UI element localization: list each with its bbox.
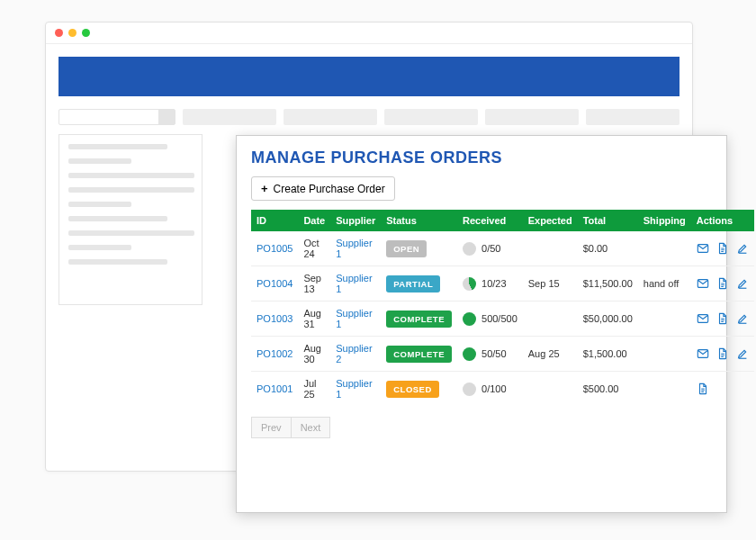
table-row: PO1001Jul 25Supplier 1CLOSED0/100$500.00 [251,372,754,407]
th-id[interactable]: ID [251,210,298,231]
po-date: Sep 13 [298,266,330,302]
progress-pie-icon [463,382,476,396]
supplier-link[interactable]: Supplier 1 [336,238,372,259]
mail-icon[interactable] [697,312,709,325]
pager-prev-button[interactable]: Prev [251,417,292,438]
expected-text [523,231,578,266]
shipping-text [638,337,691,372]
create-button-label: Create Purchase Order [274,183,385,195]
edit-icon[interactable] [736,242,749,255]
document-icon[interactable] [716,277,729,290]
status-badge: COMPLETE [386,310,452,328]
bg-nav-placeholder [183,109,276,125]
table-row: PO1003Aug 31Supplier 1COMPLETE500/500$50… [251,302,754,337]
edit-icon[interactable] [736,312,749,325]
po-id-link[interactable]: PO1002 [256,348,292,359]
po-id-link[interactable]: PO1001 [256,383,292,394]
table-row: PO1002Aug 30Supplier 2COMPLETE50/50Aug 2… [251,337,754,372]
row-actions [697,347,749,360]
pager: Prev Next [251,417,712,438]
progress-pie-icon [463,312,476,326]
supplier-link[interactable]: Supplier 1 [336,378,372,400]
po-id-link[interactable]: PO1004 [256,278,292,289]
progress-pie-icon [463,242,476,256]
document-icon[interactable] [697,382,709,395]
row-actions [697,312,749,325]
shipping-text [638,302,691,337]
pager-next-button[interactable]: Next [292,417,331,438]
received-text: 500/500 [482,313,518,324]
shipping-text [638,372,691,407]
close-dot-icon [55,29,63,37]
po-id-link[interactable]: PO1003 [256,313,292,324]
mail-icon[interactable] [697,242,709,255]
window-titlebar [46,22,692,44]
status-badge: OPEN [386,240,427,257]
zoom-dot-icon [82,29,90,37]
bg-nav-placeholder [284,109,377,125]
progress-pie-icon [463,347,476,361]
po-date: Jul 25 [298,372,330,407]
status-badge: CLOSED [386,381,439,398]
bg-nav-placeholder [586,109,680,125]
bg-nav-placeholder [384,109,478,125]
bg-toolbar [58,109,680,125]
create-purchase-order-button[interactable]: + Create Purchase Order [251,176,395,201]
shipping-text [638,231,691,266]
page-title: MANAGE PURCHASE ORDERS [251,148,712,167]
th-received[interactable]: Received [457,210,523,231]
supplier-link[interactable]: Supplier 1 [336,308,372,329]
minimize-dot-icon [68,29,76,37]
document-icon[interactable] [716,242,729,255]
supplier-link[interactable]: Supplier 1 [336,273,372,294]
mail-icon[interactable] [697,347,709,360]
th-total[interactable]: Total [578,210,638,231]
bg-banner [58,57,680,96]
document-icon[interactable] [716,347,729,360]
mail-icon[interactable] [697,277,709,290]
th-supplier[interactable]: Supplier [330,210,381,231]
po-id-link[interactable]: PO1005 [256,243,292,254]
expected-text [523,302,578,337]
received-text: 0/100 [482,383,507,394]
progress-pie-icon [463,277,476,291]
row-actions [697,242,749,255]
th-date[interactable]: Date [298,210,330,231]
expected-text: Aug 25 [523,337,578,372]
plus-icon: + [261,182,268,195]
status-badge: COMPLETE [386,346,452,363]
shipping-text: hand off [638,266,691,302]
expected-text: Sep 15 [523,266,578,302]
table-row: PO1005Oct 24Supplier 1OPEN0/50$0.00 [251,231,754,266]
po-date: Aug 30 [298,337,330,372]
total-text: $1,500.00 [578,337,638,372]
bg-search-placeholder [58,109,176,125]
supplier-link[interactable]: Supplier 2 [336,343,372,364]
total-text: $11,500.00 [578,266,638,302]
edit-icon[interactable] [736,277,749,290]
bg-sidebar-placeholder [58,134,202,305]
manage-purchase-orders-panel: MANAGE PURCHASE ORDERS + Create Purchase… [236,135,727,513]
expected-text [523,372,578,407]
th-actions[interactable]: Actions [691,210,754,231]
th-status[interactable]: Status [381,210,457,231]
edit-icon[interactable] [736,347,749,360]
po-date: Oct 24 [298,231,330,266]
row-actions [697,277,749,290]
po-date: Aug 31 [298,302,330,337]
th-expected[interactable]: Expected [523,210,578,231]
row-actions [697,382,749,395]
received-text: 50/50 [482,348,507,359]
purchase-orders-table: ID Date Supplier Status Received Expecte… [251,210,754,406]
document-icon[interactable] [716,312,729,325]
table-row: PO1004Sep 13Supplier 1PARTIAL10/23Sep 15… [251,266,754,302]
received-text: 10/23 [482,278,507,289]
th-shipping[interactable]: Shipping [638,210,691,231]
total-text: $500.00 [578,372,638,407]
status-badge: PARTIAL [386,275,440,292]
received-text: 0/50 [482,243,500,254]
bg-nav-placeholder [485,109,579,125]
total-text: $50,000.00 [578,302,638,337]
total-text: $0.00 [578,231,638,266]
